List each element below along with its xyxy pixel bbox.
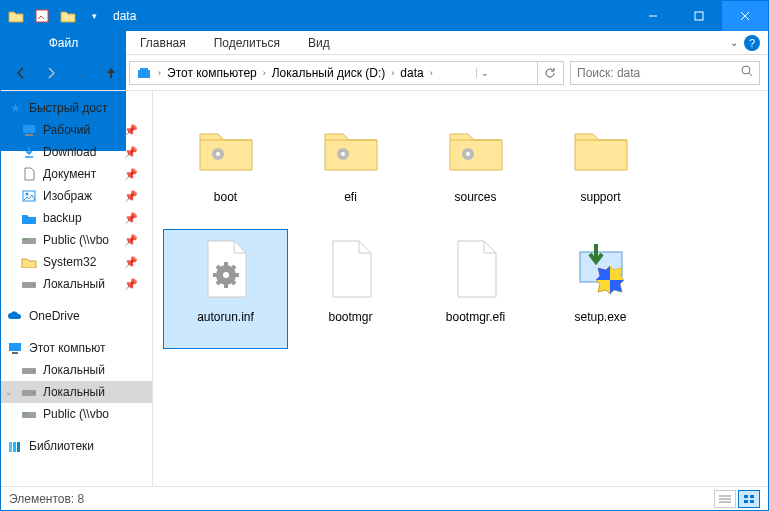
- close-button[interactable]: [722, 1, 768, 31]
- file-list[interactable]: bootefisourcessupportautorun.infbootmgrb…: [153, 91, 768, 486]
- search-input[interactable]: Поиск: data: [570, 61, 760, 85]
- up-button[interactable]: [99, 61, 123, 85]
- pin-icon: 📌: [124, 212, 138, 225]
- forward-button[interactable]: [39, 61, 63, 85]
- tab-home[interactable]: Главная: [126, 31, 200, 54]
- svg-rect-19: [12, 352, 18, 354]
- tree-item[interactable]: Public (\\vbo📌: [1, 229, 152, 251]
- refresh-button[interactable]: [537, 61, 561, 85]
- chevron-right-icon[interactable]: ›: [391, 68, 394, 78]
- svg-rect-0: [36, 10, 48, 22]
- tree-drive[interactable]: Локальный: [1, 359, 152, 381]
- tree-item-label: Рабочий: [43, 123, 90, 137]
- svg-rect-14: [22, 238, 36, 244]
- qat-newfolder-icon[interactable]: [57, 5, 79, 27]
- file-item[interactable]: boot: [163, 109, 288, 229]
- breadcrumb-segment[interactable]: Локальный диск (D:): [268, 62, 390, 84]
- svg-point-34: [466, 152, 470, 156]
- breadcrumb-segment[interactable]: data: [396, 62, 427, 84]
- tree-item[interactable]: Документ📌: [1, 163, 152, 185]
- ribbon-expand-icon[interactable]: ⌄: [730, 37, 738, 48]
- file-type-icon: [316, 234, 386, 304]
- view-icons-button[interactable]: [738, 490, 760, 508]
- file-item[interactable]: sources: [413, 109, 538, 229]
- svg-rect-26: [9, 442, 12, 452]
- svg-point-36: [223, 272, 229, 278]
- help-icon[interactable]: ?: [744, 35, 760, 51]
- pin-icon: 📌: [124, 234, 138, 247]
- svg-point-21: [33, 370, 35, 372]
- tree-libraries[interactable]: Библиотеки: [1, 435, 152, 457]
- expander-icon[interactable]: ⌄: [5, 387, 13, 397]
- qat-dropdown-icon[interactable]: ▾: [83, 5, 105, 27]
- svg-rect-2: [695, 12, 703, 20]
- file-item[interactable]: setup.exe: [538, 229, 663, 349]
- tree-item[interactable]: Рабочий📌: [1, 119, 152, 141]
- file-item[interactable]: autorun.inf: [163, 229, 288, 349]
- search-icon[interactable]: [741, 65, 753, 80]
- pin-icon: 📌: [124, 190, 138, 203]
- tree-item-label: backup: [43, 211, 82, 225]
- svg-rect-25: [23, 413, 27, 414]
- svg-rect-10: [25, 134, 33, 136]
- file-item[interactable]: support: [538, 109, 663, 229]
- tree-item[interactable]: Локальный📌: [1, 273, 152, 295]
- breadcrumb[interactable]: › Этот компьютер › Локальный диск (D:) ›…: [129, 61, 564, 85]
- tree-item[interactable]: Изображ📌: [1, 185, 152, 207]
- tree-this-pc[interactable]: Этот компьют: [1, 337, 152, 359]
- view-details-button[interactable]: [714, 490, 736, 508]
- svg-rect-51: [744, 500, 748, 503]
- breadcrumb-root-icon[interactable]: [132, 62, 156, 84]
- pin-icon: 📌: [124, 124, 138, 137]
- tree-quick-access[interactable]: ★ Быстрый дост: [1, 97, 152, 119]
- tab-view[interactable]: Вид: [294, 31, 344, 54]
- folder-icon: [21, 254, 37, 270]
- desktop-icon: [21, 122, 37, 138]
- file-item[interactable]: bootmgr.efi: [413, 229, 538, 349]
- svg-rect-28: [17, 442, 20, 452]
- pictures-icon: [21, 188, 37, 204]
- svg-point-32: [341, 152, 345, 156]
- drive-icon: [21, 362, 37, 378]
- drive-icon: [21, 276, 37, 292]
- folder-blue-icon: [21, 210, 37, 226]
- tree-item[interactable]: backup📌: [1, 207, 152, 229]
- libraries-icon: [7, 438, 23, 454]
- tree-item[interactable]: System32📌: [1, 251, 152, 273]
- file-item[interactable]: bootmgr: [288, 229, 413, 349]
- tree-item[interactable]: Download📌: [1, 141, 152, 163]
- back-button[interactable]: [9, 61, 33, 85]
- svg-line-8: [749, 73, 752, 76]
- file-type-icon: [191, 234, 261, 304]
- breadcrumb-dropdown[interactable]: ⌄: [476, 68, 494, 78]
- tree-item-label: Public (\\vbo: [43, 233, 109, 247]
- file-type-icon: [191, 114, 261, 184]
- qat-properties-icon[interactable]: [31, 5, 53, 27]
- chevron-right-icon[interactable]: ›: [263, 68, 266, 78]
- tree-drive[interactable]: ⌄Локальный: [1, 381, 152, 403]
- netdrive-icon: [21, 406, 37, 422]
- chevron-right-icon[interactable]: ›: [158, 68, 161, 78]
- breadcrumb-segment[interactable]: Этот компьютер: [163, 62, 261, 84]
- tree-drive[interactable]: Public (\\vbo: [1, 403, 152, 425]
- file-type-icon: [566, 234, 636, 304]
- pin-icon: 📌: [124, 278, 138, 291]
- tree-item-label: Локальный: [43, 363, 105, 377]
- tree-item-label: Локальный: [43, 277, 105, 291]
- tree-item-label: Изображ: [43, 189, 92, 203]
- maximize-button[interactable]: [676, 1, 722, 31]
- svg-rect-9: [23, 125, 35, 133]
- minimize-button[interactable]: [630, 1, 676, 31]
- recent-dropdown[interactable]: ⌄: [69, 61, 93, 85]
- chevron-right-icon[interactable]: ›: [430, 68, 433, 78]
- svg-line-44: [232, 266, 235, 269]
- tree-item-label: Public (\\vbo: [43, 407, 109, 421]
- file-item[interactable]: efi: [288, 109, 413, 229]
- tree-item-label: System32: [43, 255, 96, 269]
- svg-point-7: [742, 66, 750, 74]
- svg-line-41: [217, 266, 220, 269]
- tab-share[interactable]: Поделиться: [200, 31, 294, 54]
- tree-onedrive[interactable]: OneDrive: [1, 305, 152, 327]
- svg-rect-18: [9, 343, 21, 351]
- downloads-icon: [21, 144, 37, 160]
